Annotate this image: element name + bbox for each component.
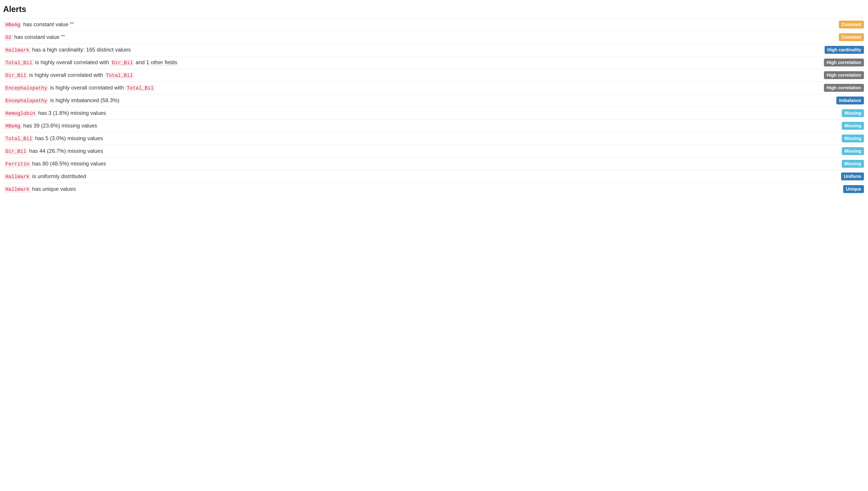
- alert-badge-cell: High cardinality: [815, 44, 865, 56]
- alert-badge-cell: Imbalance: [815, 94, 865, 107]
- variable-name[interactable]: HBeAg: [4, 22, 22, 28]
- alert-description: Encephalopathy is highly overall correla…: [3, 82, 815, 94]
- alert-badge-high-correlation[interactable]: High correlation: [824, 59, 864, 66]
- alert-text: has unique values: [31, 186, 76, 192]
- variable-name[interactable]: Hallmark: [4, 174, 31, 180]
- alert-row: Dir_Bil is highly overall correlated wit…: [3, 69, 865, 82]
- alert-row: Total_Bil is highly overall correlated w…: [3, 56, 865, 69]
- alert-badge-missing[interactable]: Missing: [842, 109, 864, 117]
- alert-text: has 5 (3.0%) missing values: [34, 135, 103, 141]
- alert-row: HBeAg has constant value ""Constant: [3, 18, 865, 31]
- variable-name[interactable]: Total_Bil: [4, 136, 34, 142]
- alert-badge-missing[interactable]: Missing: [842, 147, 864, 155]
- alert-row: Dir_Bil has 44 (26.7%) missing valuesMis…: [3, 145, 865, 157]
- alert-description: Dir_Bil is highly overall correlated wit…: [3, 69, 815, 82]
- variable-name[interactable]: Dir_Bil: [4, 73, 28, 79]
- alert-badge-cell: Missing: [815, 132, 865, 145]
- alert-description: Total_Bil has 5 (3.0%) missing values: [3, 132, 815, 145]
- alert-row: Ferritin has 80 (48.5%) missing valuesMi…: [3, 157, 865, 170]
- variable-name[interactable]: Total_Bil: [4, 60, 34, 66]
- alert-text: has a high cardinality: 165 distinct val…: [31, 47, 131, 53]
- variable-name[interactable]: Dir_Bil: [111, 60, 134, 66]
- alert-text: has 3 (1.8%) missing values: [37, 110, 106, 116]
- variable-name[interactable]: HBeAg: [4, 123, 22, 129]
- alert-text: and: [134, 59, 146, 65]
- alert-description: Hallmark has unique values: [3, 183, 815, 196]
- variable-name[interactable]: Hallmark: [4, 47, 31, 54]
- alert-badge-missing[interactable]: Missing: [842, 135, 864, 142]
- alert-row: Hallmark is uniformly distributedUniform: [3, 170, 865, 183]
- alert-description: Hallmark is uniformly distributed: [3, 170, 815, 183]
- alert-badge-unique[interactable]: Unique: [843, 185, 864, 193]
- alert-row: Hemoglobin has 3 (1.8%) missing valuesMi…: [3, 107, 865, 120]
- alert-text: is highly imbalanced (58.3%): [49, 97, 120, 103]
- alert-badge-cell: High correlation: [815, 82, 865, 94]
- variable-name[interactable]: Total_Bil: [125, 85, 155, 91]
- alert-row: Encephalopathy is highly imbalanced (58.…: [3, 94, 865, 107]
- alert-row: Hallmark has a high cardinality: 165 dis…: [3, 44, 865, 56]
- variable-name[interactable]: Encephalopathy: [4, 98, 49, 104]
- variable-name[interactable]: Total_Bil: [104, 73, 134, 79]
- alert-row: Total_Bil has 5 (3.0%) missing valuesMis…: [3, 132, 865, 145]
- alert-row: O2 has constant value ""Constant: [3, 31, 865, 44]
- alert-description: Total_Bil is highly overall correlated w…: [3, 56, 815, 69]
- alert-text: has 44 (26.7%) missing values: [28, 148, 103, 154]
- alert-badge-constant[interactable]: Constant: [839, 33, 864, 41]
- alert-badge-imbalance[interactable]: Imbalance: [836, 96, 864, 105]
- other-fields-link[interactable]: 1 other fields: [146, 59, 177, 65]
- alert-text: has constant value "": [22, 21, 74, 27]
- alert-description: HBeAg has constant value "": [3, 18, 815, 31]
- alert-badge-high-correlation[interactable]: High correlation: [824, 84, 864, 92]
- alert-badge-uniform[interactable]: Uniform: [841, 172, 864, 180]
- alert-description: Dir_Bil has 44 (26.7%) missing values: [3, 145, 815, 157]
- alert-badge-missing[interactable]: Missing: [842, 160, 864, 168]
- alert-badge-high-cardinality[interactable]: High cardinality: [825, 46, 864, 54]
- alert-text: is highly overall correlated with: [28, 72, 104, 78]
- alert-description: Hallmark has a high cardinality: 165 dis…: [3, 44, 815, 56]
- variable-name[interactable]: Hemoglobin: [4, 110, 37, 117]
- alert-badge-high-correlation[interactable]: High correlation: [824, 71, 864, 79]
- alert-badge-missing[interactable]: Missing: [842, 122, 864, 130]
- alert-text: has 39 (23.6%) missing values: [22, 122, 97, 128]
- alert-badge-cell: High correlation: [815, 56, 865, 69]
- alert-badge-cell: High correlation: [815, 69, 865, 82]
- alerts-table: HBeAg has constant value ""ConstantO2 ha…: [3, 18, 865, 195]
- alert-description: Hemoglobin has 3 (1.8%) missing values: [3, 107, 815, 120]
- alert-text: has constant value "": [13, 34, 65, 40]
- alert-badge-cell: Unique: [815, 183, 865, 196]
- variable-name[interactable]: Dir_Bil: [4, 148, 28, 155]
- alert-description: Encephalopathy is highly imbalanced (58.…: [3, 94, 815, 107]
- variable-name[interactable]: Ferritin: [4, 161, 31, 168]
- alert-badge-constant[interactable]: Constant: [839, 21, 864, 28]
- alert-badge-cell: Missing: [815, 145, 865, 157]
- variable-name[interactable]: Encephalopathy: [4, 85, 49, 91]
- alert-badge-cell: Missing: [815, 107, 865, 120]
- alert-row: Encephalopathy is highly overall correla…: [3, 82, 865, 94]
- variable-name[interactable]: Hallmark: [4, 186, 31, 193]
- alert-badge-cell: Uniform: [815, 170, 865, 183]
- alert-description: O2 has constant value "": [3, 31, 815, 44]
- alerts-heading: Alerts: [3, 4, 865, 14]
- alert-row: Hallmark has unique valuesUnique: [3, 183, 865, 196]
- alert-row: HBeAg has 39 (23.6%) missing valuesMissi…: [3, 120, 865, 132]
- alert-badge-cell: Missing: [815, 157, 865, 170]
- alert-text: is highly overall correlated with: [49, 85, 125, 91]
- alert-text: is highly overall correlated with: [34, 59, 111, 65]
- alert-text: has 80 (48.5%) missing values: [31, 161, 106, 167]
- alert-badge-cell: Constant: [815, 18, 865, 31]
- alert-badge-cell: Missing: [815, 120, 865, 132]
- alert-description: HBeAg has 39 (23.6%) missing values: [3, 120, 815, 132]
- alert-badge-cell: Constant: [815, 31, 865, 44]
- alert-text: is uniformly distributed: [31, 173, 86, 179]
- alert-description: Ferritin has 80 (48.5%) missing values: [3, 157, 815, 170]
- variable-name[interactable]: O2: [4, 34, 13, 41]
